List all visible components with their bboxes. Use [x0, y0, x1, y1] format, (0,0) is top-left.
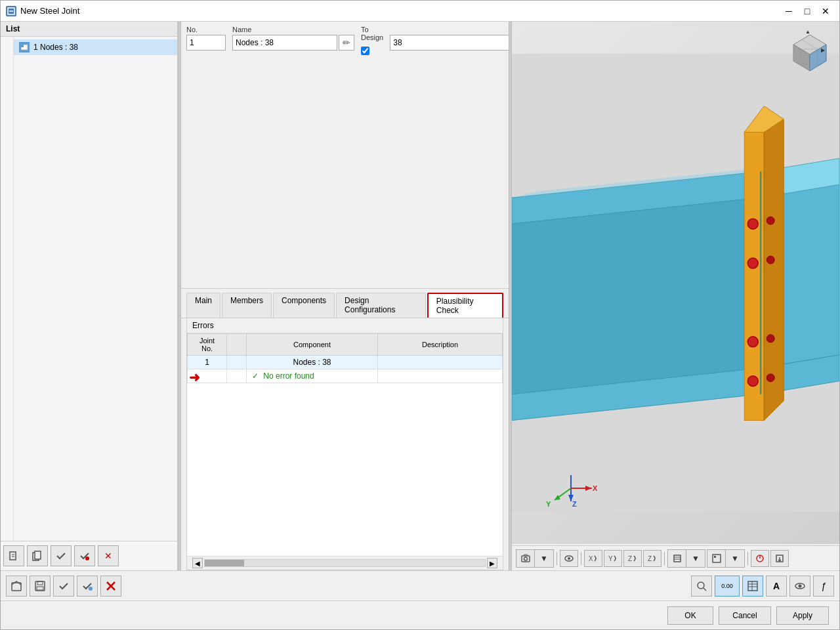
assigned-input-wrap: [390, 35, 509, 51]
scroll-left-button[interactable]: ◀: [192, 558, 203, 568]
left-bottom-icons: [6, 576, 346, 597]
cancel-button[interactable]: Cancel: [719, 606, 771, 625]
name-field-group: Name ✏: [232, 26, 354, 284]
rotate-y-button[interactable]: Y: [604, 550, 622, 567]
maximize-button[interactable]: □: [799, 5, 816, 18]
description-cell: [378, 356, 503, 369]
eye-bottom-button[interactable]: [789, 576, 810, 597]
scroll-thumb[interactable]: [205, 560, 244, 566]
export-button[interactable]: [770, 550, 789, 567]
no-input[interactable]: [186, 35, 226, 51]
to-design-label: To Design: [361, 26, 383, 41]
render-button[interactable]: [707, 550, 726, 567]
new-button[interactable]: [3, 545, 24, 566]
no-field-group: No.: [186, 26, 226, 284]
scroll-right-button[interactable]: ▶: [487, 558, 497, 568]
svg-marker-50: [585, 486, 592, 491]
tab-components[interactable]: Components: [273, 293, 335, 318]
svg-text:Z: Z: [628, 555, 632, 562]
close-button[interactable]: ✕: [817, 5, 834, 18]
camera-button[interactable]: [516, 550, 535, 567]
to-design-checkbox[interactable]: [361, 47, 369, 55]
validate-button[interactable]: [53, 576, 74, 597]
arrow-cell-1: [227, 356, 247, 369]
svg-point-83: [799, 584, 802, 587]
svg-rect-63: [713, 555, 721, 562]
name-edit-button[interactable]: ✏: [339, 35, 354, 51]
tab-plausibility-check[interactable]: Plausibility Check: [427, 293, 503, 318]
validate2-button[interactable]: [77, 576, 98, 597]
table-bottom-button[interactable]: [742, 576, 763, 597]
svg-point-30: [766, 335, 774, 343]
col-arrow: [227, 334, 247, 356]
list-item[interactable]: 1 Nodes : 38: [14, 39, 177, 55]
view-toolbar: ▼ X Y Z Z: [512, 545, 839, 570]
open-button[interactable]: [6, 576, 27, 597]
text-button[interactable]: A: [766, 576, 787, 597]
svg-rect-78: [748, 581, 757, 591]
title-bar: New Steel Joint ─ □ ✕: [1, 1, 839, 22]
reset-view-button[interactable]: [751, 550, 769, 567]
svg-rect-64: [714, 556, 716, 558]
ok-button[interactable]: OK: [667, 606, 713, 625]
delete-button[interactable]: ✕: [98, 545, 119, 566]
assigned-field-group: Assigned to Nodes No.: [390, 26, 509, 284]
layers-button[interactable]: [668, 550, 686, 567]
name-field-wrap: ✏: [232, 35, 354, 284]
list-header: List: [1, 22, 177, 37]
to-design-checkbox-wrap: [361, 43, 383, 58]
name-label: Name: [232, 26, 354, 33]
3d-view[interactable]: ▶ ▲ Z Y: [512, 22, 839, 544]
window-title: New Steel Joint: [20, 6, 79, 16]
tab-main[interactable]: Main: [186, 293, 220, 318]
camera-group: ▼: [516, 549, 554, 568]
sep4: [747, 552, 748, 565]
svg-rect-60: [674, 555, 681, 562]
minimize-button[interactable]: ─: [780, 5, 797, 18]
render-dropdown[interactable]: ▼: [726, 550, 744, 567]
name-input[interactable]: [232, 35, 337, 51]
rotate-z2-button[interactable]: Z: [643, 550, 662, 567]
right-bottom-icons: 0.00 A ƒ: [691, 576, 834, 597]
errors-table: JointNo. Component Description 1 Nodes :…: [187, 333, 503, 383]
svg-text:Z: Z: [572, 500, 577, 508]
tree-indent: [1, 37, 14, 541]
errors-table-wrap[interactable]: JointNo. Component Description 1 Nodes :…: [187, 333, 503, 556]
zero-button[interactable]: 0.00: [715, 576, 740, 597]
render-group: ▼: [707, 549, 745, 568]
svg-point-55: [568, 557, 570, 560]
svg-point-31: [766, 374, 774, 382]
view-panel: ▶ ▲ Z Y: [512, 22, 839, 570]
function-button[interactable]: ƒ: [813, 576, 834, 597]
table-row: ➜ ✓ No error found: [188, 369, 503, 383]
camera-dropdown[interactable]: ▼: [535, 550, 553, 567]
tab-design-configurations[interactable]: Design Configurations: [336, 293, 426, 318]
axis-indicator: Z Y X: [545, 462, 597, 508]
rotate-z-button[interactable]: Z: [623, 550, 642, 567]
layers-dropdown[interactable]: ▼: [686, 550, 705, 567]
list-item-icon: [19, 42, 30, 52]
svg-point-26: [766, 217, 774, 224]
delete-bottom-button[interactable]: [100, 576, 121, 597]
save-button[interactable]: [30, 576, 51, 597]
assigned-input[interactable]: [390, 35, 509, 51]
view-eye-button[interactable]: [560, 550, 578, 567]
list-item-label: 1 Nodes : 38: [33, 43, 78, 52]
svg-rect-3: [21, 45, 24, 47]
table-scrollbar[interactable]: ◀ ▶: [187, 556, 503, 570]
cube-navigator[interactable]: ▶ ▲: [787, 28, 833, 74]
no-error-cell: ✓ No error found: [247, 369, 378, 383]
check-error-button[interactable]: [74, 545, 95, 566]
footer-bar: OK Cancel Apply: [1, 600, 839, 629]
rotate-x-button[interactable]: X: [584, 550, 602, 567]
form-panel: No. Name ✏ To Design As: [181, 22, 509, 570]
tab-members[interactable]: Members: [222, 293, 272, 318]
scroll-track[interactable]: [204, 559, 486, 567]
svg-point-25: [747, 258, 758, 268]
copy-button[interactable]: [27, 545, 48, 566]
tab-content: Errors JointNo. Component Description: [186, 318, 503, 570]
svg-text:▲: ▲: [805, 29, 810, 35]
apply-button[interactable]: Apply: [776, 606, 829, 625]
check-ok-button[interactable]: [51, 545, 72, 566]
search-bottom-button[interactable]: [691, 576, 712, 597]
